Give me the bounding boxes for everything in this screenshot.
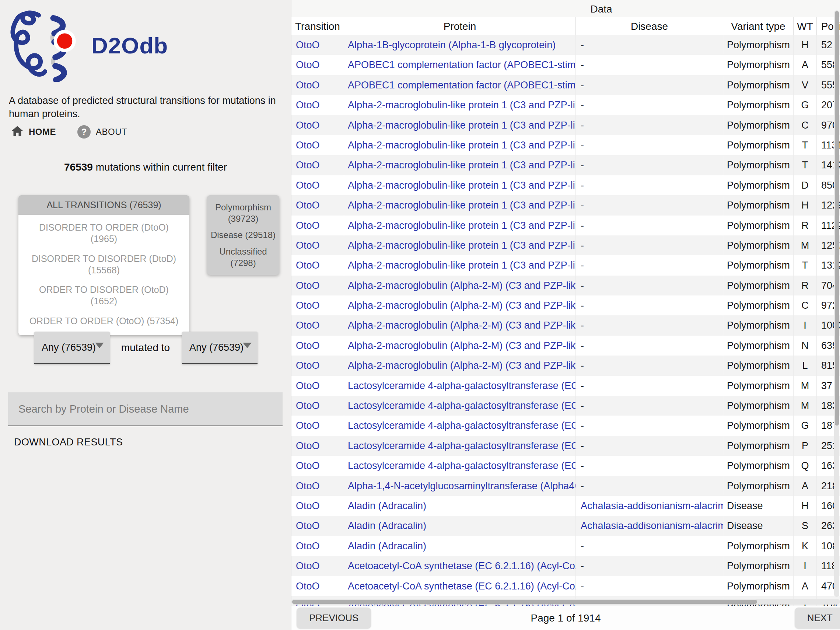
- transition-link[interactable]: OtoO: [296, 320, 320, 331]
- protein-link[interactable]: Acetoacetyl-CoA synthetase (EC 6.2.1.16)…: [348, 561, 575, 572]
- download-results-button[interactable]: DOWNLOAD RESULTS: [14, 437, 123, 448]
- transition-link[interactable]: OtoO: [296, 280, 320, 291]
- transition-link[interactable]: OtoO: [296, 240, 320, 251]
- protein-link[interactable]: Aladin (Adracalin): [348, 540, 426, 551]
- transition-link[interactable]: OtoO: [296, 39, 320, 51]
- protein-link[interactable]: Alpha-2-macroglobulin-like protein 1 (C3…: [348, 220, 575, 231]
- protein-link[interactable]: Alpha-2-macroglobulin (Alpha-2-M) (C3 an…: [348, 340, 575, 351]
- transition-link[interactable]: OtoO: [296, 360, 320, 371]
- transition-link[interactable]: OtoO: [296, 420, 320, 431]
- protein-link[interactable]: Alpha-1B-glycoprotein (Alpha-1-B glycopr…: [348, 39, 556, 51]
- protein-link[interactable]: Lactosylceramide 4-alpha-galactosyltrans…: [348, 460, 575, 471]
- transition-filter-all[interactable]: ALL TRANSITIONS (76539): [19, 195, 189, 215]
- transition-cell: OtoO: [291, 175, 344, 195]
- nav-home[interactable]: HOME: [11, 125, 56, 139]
- transition-link[interactable]: OtoO: [296, 159, 320, 171]
- horizontal-scrollbar-thumb[interactable]: [292, 600, 757, 604]
- protein-link[interactable]: Lactosylceramide 4-alpha-galactosyltrans…: [348, 420, 575, 431]
- protein-link[interactable]: APOBEC1 complementation factor (APOBEC1-…: [348, 80, 575, 91]
- mutant-residue-select[interactable]: Any (76539): [182, 332, 257, 364]
- protein-link[interactable]: Lactosylceramide 4-alpha-galactosyltrans…: [348, 380, 575, 391]
- wildtype-residue-select[interactable]: Any (76539): [34, 332, 110, 364]
- transition-filter-item[interactable]: ORDER TO DISORDER (OtoD) (1652): [19, 280, 189, 311]
- vertical-scrollbar[interactable]: [834, 10, 839, 597]
- next-page-button[interactable]: NEXT: [795, 608, 840, 628]
- protein-link[interactable]: Lactosylceramide 4-alpha-galactosyltrans…: [348, 400, 575, 411]
- transition-link[interactable]: OtoO: [296, 480, 320, 491]
- vertical-scrollbar-thumb[interactable]: [835, 11, 839, 426]
- variant-filter-item[interactable]: Unclassified (7298): [210, 246, 276, 268]
- column-header-transition[interactable]: Transition: [291, 17, 344, 35]
- protein-link[interactable]: Alpha-1,4-N-acetylglucosaminyltransferas…: [348, 480, 575, 491]
- transition-link[interactable]: OtoO: [296, 80, 320, 91]
- transitions-list: DISORDER TO ORDER (DtoO) (1965)DISORDER …: [19, 215, 189, 335]
- protein-link[interactable]: Alpha-2-macroglobulin (Alpha-2-M) (C3 an…: [348, 320, 575, 331]
- protein-link[interactable]: Alpha-2-macroglobulin-like protein 1 (C3…: [348, 180, 575, 191]
- transition-link[interactable]: OtoO: [296, 59, 320, 70]
- disease-cell: -: [575, 175, 723, 195]
- table-row: OtoOAPOBEC1 complementation factor (APOB…: [291, 55, 840, 75]
- transition-link[interactable]: OtoO: [296, 520, 320, 531]
- protein-link[interactable]: Alpha-2-macroglobulin-like protein 1 (C3…: [348, 120, 575, 131]
- transition-link[interactable]: OtoO: [296, 260, 320, 271]
- transition-link[interactable]: OtoO: [296, 300, 320, 311]
- transition-link[interactable]: OtoO: [296, 561, 320, 572]
- disease-empty: -: [581, 460, 584, 471]
- variant-type-cell: Polymorphism: [723, 75, 793, 95]
- variant-type-cell: Polymorphism: [723, 456, 793, 475]
- variant-filter-item[interactable]: Disease (29518): [210, 229, 276, 241]
- transition-link[interactable]: OtoO: [296, 440, 320, 451]
- protein-link[interactable]: Acetoacetyl-CoA synthetase (EC 6.2.1.16)…: [348, 581, 575, 592]
- table-row: OtoOAcetoacetyl-CoA synthetase (EC 6.2.1…: [291, 576, 840, 596]
- transition-link[interactable]: OtoO: [296, 140, 320, 151]
- transition-filter-item[interactable]: DISORDER TO ORDER (DtoO) (1965): [19, 218, 189, 249]
- column-header-disease[interactable]: Disease: [575, 17, 723, 35]
- column-header-wt[interactable]: WT: [793, 17, 816, 35]
- transition-link[interactable]: OtoO: [296, 340, 320, 351]
- disease-link[interactable]: Achalasia-addisonianism-alacrima syndrom…: [581, 520, 723, 531]
- transition-link[interactable]: OtoO: [296, 500, 320, 512]
- variant-type-cell: Polymorphism: [723, 115, 793, 135]
- transition-filter-item[interactable]: ORDER TO ORDER (OtoO) (57354): [19, 311, 189, 331]
- transition-link[interactable]: OtoO: [296, 540, 320, 551]
- disease-link[interactable]: Achalasia-addisonianism-alacrima syndrom…: [581, 500, 723, 512]
- protein-link[interactable]: Aladin (Adracalin): [348, 500, 426, 512]
- protein-link[interactable]: Alpha-2-macroglobulin-like protein 1 (C3…: [348, 260, 575, 271]
- variant-type-cell: Polymorphism: [723, 175, 793, 195]
- column-header-protein[interactable]: Protein: [344, 17, 575, 35]
- variant-type-cell: Disease: [723, 496, 793, 516]
- table-row: OtoOLactosylceramide 4-alpha-galactosylt…: [291, 415, 840, 436]
- transition-link[interactable]: OtoO: [296, 581, 320, 592]
- disease-cell: -: [575, 336, 723, 355]
- nav-about[interactable]: ? ABOUT: [77, 125, 127, 139]
- protein-logo-icon: [8, 9, 86, 82]
- protein-link[interactable]: Alpha-2-macroglobulin-like protein 1 (C3…: [348, 159, 575, 171]
- variant-filter-item[interactable]: Polymorphism (39723): [210, 202, 276, 224]
- transition-link[interactable]: OtoO: [296, 460, 320, 471]
- transition-filter-item[interactable]: DISORDER TO DISORDER (DtoD) (15568): [19, 249, 189, 280]
- horizontal-scrollbar[interactable]: [291, 599, 840, 605]
- table-row: OtoOAlpha-1B-glycoprotein (Alpha-1-B gly…: [291, 35, 840, 55]
- protein-link[interactable]: Alpha-2-macroglobulin-like protein 1 (C3…: [348, 99, 575, 111]
- transition-link[interactable]: OtoO: [296, 200, 320, 211]
- protein-link[interactable]: Alpha-2-macroglobulin-like protein 1 (C3…: [348, 240, 575, 251]
- column-header-variant-type[interactable]: Variant type: [723, 17, 793, 35]
- protein-link[interactable]: Alpha-2-macroglobulin (Alpha-2-M) (C3 an…: [348, 280, 575, 291]
- protein-link[interactable]: Alpha-2-macroglobulin (Alpha-2-M) (C3 an…: [348, 360, 575, 371]
- disease-empty: -: [581, 561, 584, 572]
- protein-link[interactable]: Lactosylceramide 4-alpha-galactosyltrans…: [348, 440, 575, 451]
- transition-link[interactable]: OtoO: [296, 220, 320, 231]
- disease-empty: -: [581, 200, 584, 211]
- disease-cell: -: [575, 115, 723, 135]
- search-input[interactable]: [8, 392, 283, 426]
- protein-link[interactable]: Alpha-2-macroglobulin-like protein 1 (C3…: [348, 140, 575, 151]
- transition-link[interactable]: OtoO: [296, 400, 320, 411]
- protein-link[interactable]: Aladin (Adracalin): [348, 520, 426, 531]
- transition-link[interactable]: OtoO: [296, 180, 320, 191]
- protein-link[interactable]: APOBEC1 complementation factor (APOBEC1-…: [348, 59, 575, 70]
- transition-link[interactable]: OtoO: [296, 380, 320, 391]
- protein-link[interactable]: Alpha-2-macroglobulin-like protein 1 (C3…: [348, 200, 575, 211]
- transition-link[interactable]: OtoO: [296, 99, 320, 111]
- protein-link[interactable]: Alpha-2-macroglobulin (Alpha-2-M) (C3 an…: [348, 300, 575, 311]
- transition-link[interactable]: OtoO: [296, 120, 320, 131]
